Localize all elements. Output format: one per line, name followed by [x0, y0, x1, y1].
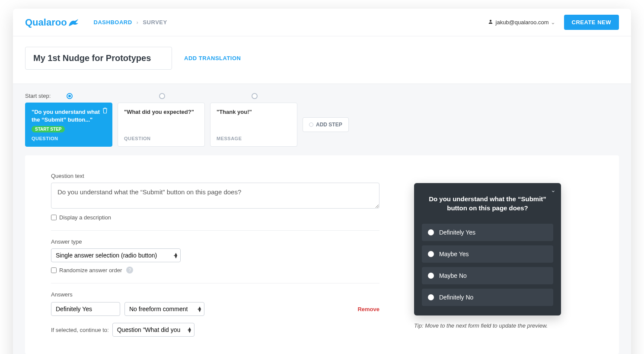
user-icon	[488, 19, 493, 26]
radio-icon	[428, 273, 434, 279]
preview-option-1[interactable]: Maybe Yes	[422, 245, 553, 263]
user-menu[interactable]: jakub@qualaroo.com ⌄	[488, 19, 555, 26]
preview-option-label: Maybe Yes	[439, 251, 469, 257]
continue-select[interactable]: Question "What did you expect	[112, 323, 194, 337]
start-step-row: Start step:	[25, 93, 619, 99]
editor-column: Question text Display a description Answ…	[51, 173, 379, 337]
chevron-down-icon: ⌄	[551, 19, 555, 26]
divider	[51, 283, 379, 283]
preview-tip: Tip: Move to the next form field to upda…	[414, 322, 561, 329]
steps-area: Start step: "Do you understand what the …	[13, 84, 631, 354]
start-step-badge: START STEP	[32, 126, 65, 132]
radio-icon	[428, 229, 434, 235]
app-shell: Qualaroo DASHBOARD › SURVEY jakub@qualar…	[13, 9, 631, 354]
radio-icon	[428, 251, 434, 257]
preview-option-0[interactable]: Definitely Yes	[422, 224, 553, 241]
preview-column: ⌄ Do you understand what the “Submit” bu…	[414, 173, 561, 337]
topbar: Qualaroo DASHBOARD › SURVEY jakub@qualar…	[13, 9, 631, 36]
preview-question: Do you understand what the “Submit” butt…	[422, 192, 553, 219]
randomize-label: Randomize answer order	[59, 267, 122, 274]
continue-row: If selected, continue to: Question "What…	[51, 323, 379, 337]
start-step-radio-0[interactable]	[67, 93, 73, 99]
question-text-input[interactable]	[51, 183, 379, 209]
step-card-title: "Do you understand what the “Submit” but…	[32, 108, 106, 123]
step-card-title: "What did you expected?"	[124, 108, 198, 116]
chevron-right-icon: ›	[137, 19, 139, 26]
step-card-0[interactable]: "Do you understand what the “Submit” but…	[25, 103, 112, 147]
step-card-1[interactable]: "What did you expected?" QUESTION	[118, 103, 205, 147]
add-step-label: ADD STEP	[316, 122, 342, 128]
logo-text: Qualaroo	[25, 17, 67, 28]
answer-row: No freeform comment ▲▼	[51, 302, 204, 316]
step-card-type: MESSAGE	[217, 136, 291, 141]
step-card-title: "Thank you!"	[217, 108, 291, 116]
randomize-checkbox[interactable]	[51, 267, 57, 273]
answer-type-label: Answer type	[51, 238, 379, 245]
step-card-type: QUESTION	[124, 136, 198, 141]
answer-text-input[interactable]	[51, 302, 120, 316]
answer-type-select[interactable]: Single answer selection (radio button)	[51, 248, 181, 262]
step-cards: "Do you understand what the “Submit” but…	[25, 103, 619, 147]
start-step-radio-2[interactable]	[252, 93, 258, 99]
preview-option-label: Maybe No	[439, 272, 467, 279]
add-translation-button[interactable]: ADD TRANSLATION	[184, 55, 241, 61]
start-step-label: Start step:	[25, 93, 67, 99]
randomize-row[interactable]: Randomize answer order ?	[51, 267, 379, 274]
preview-option-3[interactable]: Definitely No	[422, 289, 553, 306]
preview-option-label: Definitely Yes	[439, 229, 475, 236]
trash-icon[interactable]	[102, 107, 108, 115]
continue-label: If selected, continue to:	[51, 327, 109, 333]
add-step-button[interactable]: ADD STEP	[303, 117, 349, 132]
help-icon[interactable]: ?	[126, 267, 133, 274]
step-card-type: QUESTION	[32, 136, 106, 141]
step-card-2[interactable]: "Thank you!" MESSAGE	[210, 103, 297, 147]
remove-answer-button[interactable]: Remove	[357, 306, 379, 312]
breadcrumb-current: SURVEY	[143, 19, 167, 26]
question-text-label: Question text	[51, 173, 379, 179]
breadcrumb: DASHBOARD › SURVEY	[94, 19, 167, 26]
display-description-row[interactable]: Display a description	[51, 214, 379, 221]
create-new-button[interactable]: CREATE NEW	[564, 15, 619, 30]
title-row: ADD TRANSLATION	[13, 36, 631, 84]
divider	[51, 230, 379, 231]
logo[interactable]: Qualaroo	[25, 17, 80, 28]
preview-option-2[interactable]: Maybe No	[422, 267, 553, 284]
radio-empty-icon	[309, 122, 313, 127]
start-step-radio-1[interactable]	[159, 93, 165, 99]
display-description-checkbox[interactable]	[51, 215, 57, 220]
main-panel: Question text Display a description Answ…	[25, 155, 619, 354]
preview-widget: ⌄ Do you understand what the “Submit” bu…	[414, 183, 561, 315]
radio-icon	[428, 294, 434, 300]
answers-label: Answers	[51, 291, 73, 298]
preview-option-label: Definitely No	[439, 294, 473, 301]
breadcrumb-dashboard[interactable]: DASHBOARD	[94, 19, 132, 26]
user-email: jakub@qualaroo.com	[496, 19, 549, 26]
display-description-label: Display a description	[59, 214, 111, 221]
collapse-icon[interactable]: ⌄	[551, 187, 556, 193]
kangaroo-icon	[68, 18, 80, 27]
nudge-title-input[interactable]	[25, 47, 172, 70]
freeform-select[interactable]: No freeform comment	[124, 302, 204, 316]
svg-point-0	[489, 20, 491, 22]
